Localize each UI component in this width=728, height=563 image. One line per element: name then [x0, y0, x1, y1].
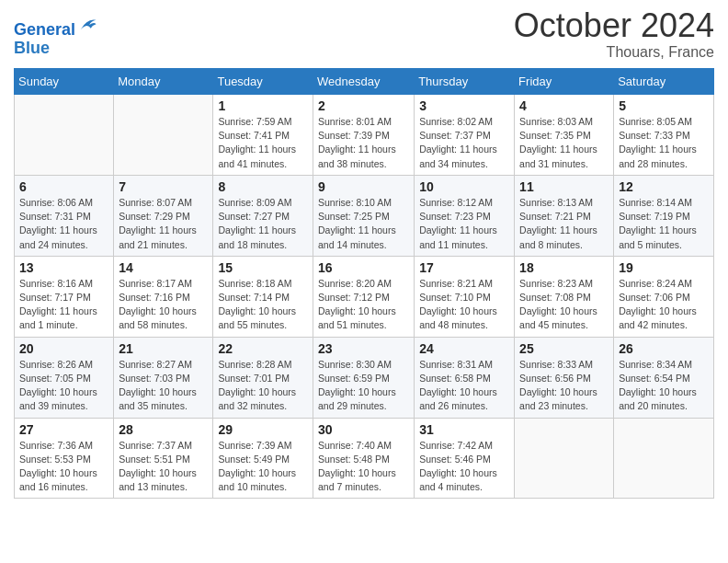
day-cell: 17Sunrise: 8:21 AM Sunset: 7:10 PM Dayli…: [415, 256, 515, 337]
day-number: 9: [318, 179, 409, 194]
day-number: 10: [419, 179, 509, 194]
logo-text: General: [14, 15, 97, 40]
day-number: 18: [519, 260, 609, 275]
day-number: 28: [119, 422, 208, 437]
day-cell: [515, 418, 614, 499]
day-number: 5: [619, 98, 709, 113]
day-info: Sunrise: 7:36 AM Sunset: 5:53 PM Dayligh…: [19, 439, 108, 495]
day-number: 17: [419, 260, 509, 275]
day-info: Sunrise: 8:24 AM Sunset: 7:06 PM Dayligh…: [619, 277, 709, 333]
day-cell: [15, 95, 114, 176]
day-cell: 22Sunrise: 8:28 AM Sunset: 7:01 PM Dayli…: [213, 337, 313, 418]
day-number: 14: [119, 260, 208, 275]
day-cell: [614, 418, 714, 499]
day-cell: 18Sunrise: 8:23 AM Sunset: 7:08 PM Dayli…: [515, 256, 614, 337]
day-number: 25: [519, 341, 609, 356]
day-info: Sunrise: 8:13 AM Sunset: 7:21 PM Dayligh…: [519, 196, 609, 252]
day-number: 16: [318, 260, 409, 275]
day-info: Sunrise: 8:26 AM Sunset: 7:05 PM Dayligh…: [19, 358, 108, 414]
day-cell: 26Sunrise: 8:34 AM Sunset: 6:54 PM Dayli…: [614, 337, 714, 418]
week-row-5: 27Sunrise: 7:36 AM Sunset: 5:53 PM Dayli…: [15, 418, 714, 499]
day-cell: 12Sunrise: 8:14 AM Sunset: 7:19 PM Dayli…: [614, 175, 714, 256]
day-cell: 21Sunrise: 8:27 AM Sunset: 7:03 PM Dayli…: [114, 337, 213, 418]
week-row-4: 20Sunrise: 8:26 AM Sunset: 7:05 PM Dayli…: [15, 337, 714, 418]
day-info: Sunrise: 8:06 AM Sunset: 7:31 PM Dayligh…: [19, 196, 108, 252]
day-number: 1: [218, 98, 308, 113]
day-info: Sunrise: 8:17 AM Sunset: 7:16 PM Dayligh…: [119, 277, 208, 333]
day-number: 21: [119, 341, 208, 356]
day-cell: 11Sunrise: 8:13 AM Sunset: 7:21 PM Dayli…: [515, 175, 614, 256]
day-cell: 2Sunrise: 8:01 AM Sunset: 7:39 PM Daylig…: [313, 95, 415, 176]
day-number: 31: [419, 422, 509, 437]
day-number: 27: [19, 422, 108, 437]
day-info: Sunrise: 8:20 AM Sunset: 7:12 PM Dayligh…: [318, 277, 409, 333]
day-info: Sunrise: 8:21 AM Sunset: 7:10 PM Dayligh…: [419, 277, 509, 333]
day-info: Sunrise: 8:01 AM Sunset: 7:39 PM Dayligh…: [318, 115, 409, 171]
day-cell: [114, 95, 213, 176]
column-header-thursday: Thursday: [415, 69, 515, 95]
day-info: Sunrise: 8:33 AM Sunset: 6:56 PM Dayligh…: [519, 358, 609, 414]
day-number: 2: [318, 98, 409, 113]
day-number: 20: [19, 341, 108, 356]
day-info: Sunrise: 8:12 AM Sunset: 7:23 PM Dayligh…: [419, 196, 509, 252]
logo: General Blue: [14, 15, 97, 58]
day-info: Sunrise: 8:05 AM Sunset: 7:33 PM Dayligh…: [619, 115, 709, 171]
day-number: 6: [19, 179, 108, 194]
day-cell: 9Sunrise: 8:10 AM Sunset: 7:25 PM Daylig…: [313, 175, 415, 256]
day-info: Sunrise: 8:28 AM Sunset: 7:01 PM Dayligh…: [218, 358, 308, 414]
day-cell: 16Sunrise: 8:20 AM Sunset: 7:12 PM Dayli…: [313, 256, 415, 337]
day-info: Sunrise: 8:31 AM Sunset: 6:58 PM Dayligh…: [419, 358, 509, 414]
day-number: 12: [619, 179, 709, 194]
day-number: 3: [419, 98, 509, 113]
day-number: 7: [119, 179, 208, 194]
week-row-1: 1Sunrise: 7:59 AM Sunset: 7:41 PM Daylig…: [15, 95, 714, 176]
day-info: Sunrise: 7:37 AM Sunset: 5:51 PM Dayligh…: [119, 439, 208, 495]
day-number: 24: [419, 341, 509, 356]
day-info: Sunrise: 7:39 AM Sunset: 5:49 PM Dayligh…: [218, 439, 308, 495]
day-info: Sunrise: 8:14 AM Sunset: 7:19 PM Dayligh…: [619, 196, 709, 252]
day-number: 11: [519, 179, 609, 194]
location: Thouars, France: [514, 44, 714, 61]
day-cell: 1Sunrise: 7:59 AM Sunset: 7:41 PM Daylig…: [213, 95, 313, 176]
logo-bird-icon: [77, 15, 97, 35]
column-header-sunday: Sunday: [15, 69, 114, 95]
header-row: SundayMondayTuesdayWednesdayThursdayFrid…: [15, 69, 714, 95]
day-number: 22: [218, 341, 308, 356]
column-header-wednesday: Wednesday: [313, 69, 415, 95]
day-info: Sunrise: 8:03 AM Sunset: 7:35 PM Dayligh…: [519, 115, 609, 171]
day-cell: 19Sunrise: 8:24 AM Sunset: 7:06 PM Dayli…: [614, 256, 714, 337]
day-info: Sunrise: 8:02 AM Sunset: 7:37 PM Dayligh…: [419, 115, 509, 171]
month-title: October 2024: [514, 9, 714, 42]
day-number: 30: [318, 422, 409, 437]
day-number: 13: [19, 260, 108, 275]
day-cell: 30Sunrise: 7:40 AM Sunset: 5:48 PM Dayli…: [313, 418, 415, 499]
day-info: Sunrise: 8:18 AM Sunset: 7:14 PM Dayligh…: [218, 277, 308, 333]
week-row-2: 6Sunrise: 8:06 AM Sunset: 7:31 PM Daylig…: [15, 175, 714, 256]
day-number: 4: [519, 98, 609, 113]
day-info: Sunrise: 8:16 AM Sunset: 7:17 PM Dayligh…: [19, 277, 108, 333]
day-info: Sunrise: 8:09 AM Sunset: 7:27 PM Dayligh…: [218, 196, 308, 252]
day-number: 15: [218, 260, 308, 275]
calendar-table: SundayMondayTuesdayWednesdayThursdayFrid…: [14, 68, 714, 499]
column-header-tuesday: Tuesday: [213, 69, 313, 95]
day-cell: 3Sunrise: 8:02 AM Sunset: 7:37 PM Daylig…: [415, 95, 515, 176]
day-info: Sunrise: 8:30 AM Sunset: 6:59 PM Dayligh…: [318, 358, 409, 414]
day-info: Sunrise: 7:42 AM Sunset: 5:46 PM Dayligh…: [419, 439, 509, 495]
day-info: Sunrise: 8:27 AM Sunset: 7:03 PM Dayligh…: [119, 358, 208, 414]
day-cell: 31Sunrise: 7:42 AM Sunset: 5:46 PM Dayli…: [415, 418, 515, 499]
day-number: 29: [218, 422, 308, 437]
day-number: 23: [318, 341, 409, 356]
day-cell: 14Sunrise: 8:17 AM Sunset: 7:16 PM Dayli…: [114, 256, 213, 337]
day-cell: 10Sunrise: 8:12 AM Sunset: 7:23 PM Dayli…: [415, 175, 515, 256]
day-number: 26: [619, 341, 709, 356]
day-cell: 7Sunrise: 8:07 AM Sunset: 7:29 PM Daylig…: [114, 175, 213, 256]
day-cell: 27Sunrise: 7:36 AM Sunset: 5:53 PM Dayli…: [15, 418, 114, 499]
day-cell: 6Sunrise: 8:06 AM Sunset: 7:31 PM Daylig…: [15, 175, 114, 256]
week-row-3: 13Sunrise: 8:16 AM Sunset: 7:17 PM Dayli…: [15, 256, 714, 337]
logo-blue: Blue: [14, 40, 97, 58]
day-cell: 28Sunrise: 7:37 AM Sunset: 5:51 PM Dayli…: [114, 418, 213, 499]
column-header-friday: Friday: [515, 69, 614, 95]
day-number: 19: [619, 260, 709, 275]
day-cell: 4Sunrise: 8:03 AM Sunset: 7:35 PM Daylig…: [515, 95, 614, 176]
day-cell: 24Sunrise: 8:31 AM Sunset: 6:58 PM Dayli…: [415, 337, 515, 418]
